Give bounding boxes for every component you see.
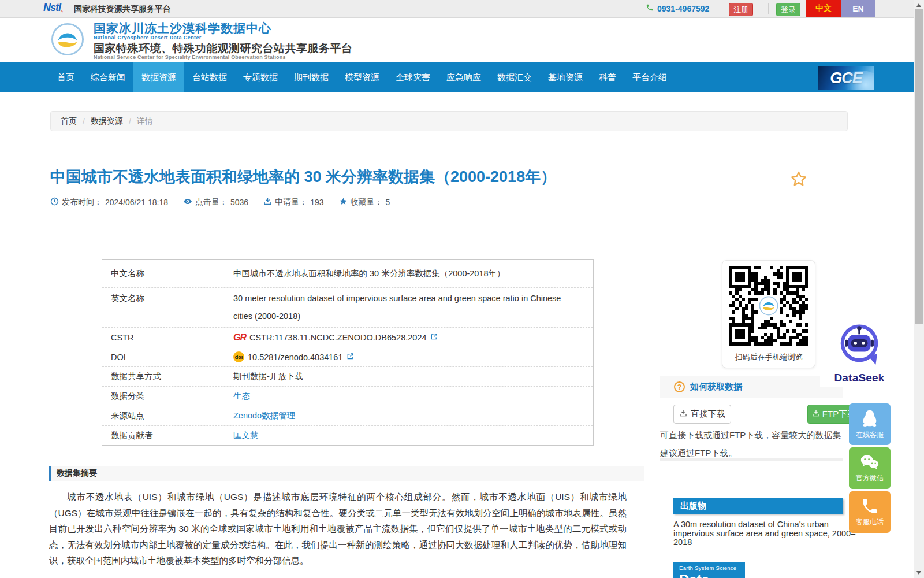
- source-site-link[interactable]: Zenodo数据管理: [233, 410, 295, 421]
- favorite-count-value: 5: [386, 198, 390, 207]
- language-tab-chinese[interactable]: 中文: [806, 0, 841, 17]
- main-nav: 首页 综合新闻 数据资源 台站数据 专题数据 期刊数据 模型资源 全球灾害 应急…: [0, 62, 914, 92]
- ncdc-emblem-logo[interactable]: [51, 23, 84, 58]
- english-name-value: 30 meter resolution dataset of imperviou…: [233, 288, 591, 325]
- star-icon: [339, 197, 348, 208]
- publish-time: 发布时间：2024/06/21 18:18: [50, 197, 168, 208]
- nav-item-news[interactable]: 综合新闻: [83, 62, 133, 92]
- nav-item-data-resources[interactable]: 数据资源: [133, 62, 184, 92]
- share-mode-value: 期刊数据-开放下载: [233, 371, 315, 382]
- download-hint-text: 可直接下载或通过FTP下载，容量较大的数据集建议通过FTP下载。: [660, 426, 846, 462]
- nav-item-data-submission[interactable]: 数据汇交: [489, 62, 540, 92]
- abstract-text: 城市不透水地表（UIS）和城市绿地（UGS）是描述城市底层环境特征的两个核心组成…: [49, 489, 627, 569]
- download-icon: [679, 409, 687, 419]
- site-header: 国家冰川冻土沙漠科学数据中心 National Cryosphere Deser…: [0, 18, 914, 62]
- cstr-logo-icon: GR: [233, 332, 246, 343]
- vertical-scrollbar[interactable]: [914, 0, 924, 578]
- favorite-count-label: 收藏量：: [351, 197, 383, 208]
- qr-caption: 扫码后在手机端浏览: [722, 352, 815, 362]
- row-label: 来源站点: [102, 410, 233, 421]
- table-row: 数据贡献者 匡文慧: [102, 426, 593, 445]
- panel-bottom-strip: [660, 458, 843, 461]
- scrollbar-thumb[interactable]: [915, 9, 923, 324]
- online-service-widget[interactable]: 在线客服: [849, 403, 891, 445]
- chinese-name-value: 中国城市不透水地表面积和绿地率的 30 米分辨率数据集（2000-2018年）: [233, 268, 517, 279]
- divider: [768, 3, 769, 14]
- dataset-title: 中国城市不透水地表面积和绿地率的 30 米分辨率数据集（2000-2018年）: [50, 166, 778, 187]
- wechat-icon: [859, 453, 880, 472]
- breadcrumb-home[interactable]: 首页: [61, 116, 77, 127]
- click-count: 点击量：5036: [183, 197, 248, 208]
- nsti-logo-icon[interactable]: Nsti、: [43, 2, 67, 14]
- how-to-get-data-link[interactable]: ? 如何获取数据: [660, 376, 843, 398]
- qr-card: 扫码后在手机端浏览: [722, 260, 815, 368]
- cstr-value[interactable]: CSTR:11738.11.NCDC.ZENODO.DB6528.2024: [249, 333, 427, 342]
- click-count-label: 点击量：: [195, 197, 228, 208]
- dataset-meta-row: 发布时间：2024/06/21 18:18 点击量：5036 申请量：193 收…: [50, 197, 390, 208]
- official-wechat-widget[interactable]: 官方微信: [849, 447, 891, 489]
- nav-item-home[interactable]: 首页: [49, 62, 83, 92]
- nav-item-science[interactable]: 科普: [591, 62, 624, 92]
- center-subtitle-zh: 国家特殊环境、特殊功能观测研究台站共享服务平台: [94, 43, 353, 54]
- qr-center-emblem-icon: [758, 295, 780, 317]
- download-icon: [263, 197, 272, 208]
- topbar: Nsti、 国家科技资源共享服务平台 0931-4967592 注册 登录 中文…: [0, 0, 914, 18]
- contributor-link[interactable]: 匡文慧: [233, 430, 259, 441]
- essd-journal-logo[interactable]: Earth System Science Data: [673, 562, 745, 578]
- table-row: CSTR GR CSTR:11738.11.NCDC.ZENODO.DB6528…: [102, 328, 593, 347]
- dataseek-assistant[interactable]: DataSeek: [820, 321, 899, 387]
- breadcrumb-separator: /: [129, 117, 131, 126]
- breadcrumb-detail: 详情: [137, 116, 153, 127]
- login-button[interactable]: 登录: [776, 3, 800, 16]
- divider: [721, 3, 721, 14]
- row-label: 数据贡献者: [102, 430, 233, 441]
- table-row: 来源站点 Zenodo数据管理: [102, 406, 593, 426]
- publish-time-label: 发布时间：: [62, 197, 102, 208]
- service-phone-widget[interactable]: 客服电话: [849, 491, 891, 533]
- register-button[interactable]: 注册: [729, 3, 753, 16]
- language-tab-english[interactable]: EN: [841, 0, 875, 17]
- phone-handset-icon: [860, 497, 879, 516]
- phone-icon: [646, 3, 654, 14]
- center-subtitle-en: National Service Center for Speciality E…: [94, 55, 353, 60]
- row-label: 英文名称: [102, 288, 233, 304]
- favorite-count: 收藏量：5: [339, 197, 390, 208]
- nav-item-emergency[interactable]: 应急响应: [438, 62, 489, 92]
- publication-section-header: 出版物: [673, 498, 843, 514]
- nav-item-global-disaster[interactable]: 全球灾害: [388, 62, 438, 92]
- row-label: 数据分类: [102, 391, 233, 402]
- click-count-value: 5036: [230, 198, 248, 207]
- request-count: 申请量：193: [263, 197, 323, 208]
- gce-logo[interactable]: GCE: [818, 66, 874, 90]
- nav-item-journal-data[interactable]: 期刊数据: [286, 62, 337, 92]
- request-count-value: 193: [310, 198, 323, 207]
- download-icon: [812, 409, 820, 419]
- table-row: 英文名称 30 meter resolution dataset of impe…: [102, 288, 593, 328]
- qr-code-image: [729, 266, 808, 346]
- service-phone-number: 0931-4967592: [657, 4, 709, 13]
- favorite-star-icon[interactable]: [789, 170, 808, 191]
- row-label: 数据共享方式: [102, 371, 233, 382]
- nav-item-topic-data[interactable]: 专题数据: [235, 62, 286, 92]
- breadcrumb-separator: /: [83, 117, 85, 126]
- doi-value[interactable]: 10.5281/zenodo.4034161: [248, 353, 343, 362]
- robot-icon: [835, 321, 884, 371]
- clock-icon: [50, 197, 59, 208]
- nav-item-platform-intro[interactable]: 平台介绍: [624, 62, 675, 92]
- breadcrumb: 首页 / 数据资源 / 详情: [50, 111, 848, 131]
- table-row: 数据共享方式 期刊数据-开放下载: [102, 367, 593, 387]
- scrollbar-up-arrow[interactable]: [916, 3, 921, 7]
- external-link-icon[interactable]: [430, 333, 438, 342]
- nsti-dot-icon: 、: [61, 5, 67, 13]
- scrollbar-down-arrow[interactable]: [916, 571, 921, 575]
- table-row: 数据分类 生态: [102, 387, 593, 406]
- publication-item: A 30m resolution dataset of China's urba…: [673, 520, 857, 547]
- nav-item-base-resources[interactable]: 基地资源: [540, 62, 591, 92]
- external-link-icon[interactable]: [346, 353, 354, 362]
- direct-download-button[interactable]: 直接下载: [673, 405, 731, 424]
- nav-item-station-data[interactable]: 台站数据: [184, 62, 235, 92]
- center-title-en: National Cryosphere Desert Data Center: [94, 35, 353, 40]
- category-link[interactable]: 生态: [233, 391, 250, 402]
- nav-item-model-resources[interactable]: 模型资源: [337, 62, 388, 92]
- breadcrumb-data-resources[interactable]: 数据资源: [91, 116, 123, 127]
